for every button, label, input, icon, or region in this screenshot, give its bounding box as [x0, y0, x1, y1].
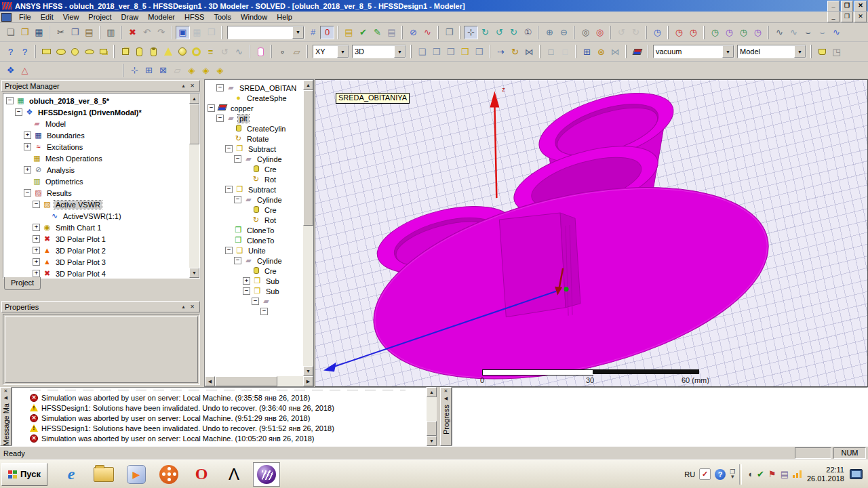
menu-hfss[interactable]: HFSS: [180, 13, 209, 21]
scroll-thumb[interactable]: [303, 90, 313, 226]
project-tree-scrollbar[interactable]: ▲ ▼: [189, 94, 199, 278]
view-undo-icon[interactable]: ↺: [614, 26, 629, 39]
tree-row-pit[interactable]: −▰pit: [205, 113, 303, 123]
collapse-icon[interactable]: −: [234, 196, 241, 203]
tab-project[interactable]: Project: [4, 277, 41, 290]
collapse-icon[interactable]: −: [33, 201, 40, 208]
zoom-window-icon[interactable]: ⊘: [406, 26, 420, 39]
taskbar-ansys-hfss[interactable]: [253, 462, 280, 487]
scroll-up-icon[interactable]: ▲: [427, 387, 437, 397]
pan-icon[interactable]: ⊹: [464, 26, 478, 39]
collapse-icon[interactable]: −: [225, 145, 233, 152]
undo-icon[interactable]: ↶: [140, 26, 154, 39]
tree-row-createcylin[interactable]: CreateCylin: [205, 123, 303, 134]
progress-tab[interactable]: ✕ ◀ Progress: [440, 387, 452, 446]
draw-sphere-icon[interactable]: [175, 45, 189, 58]
chevron-down-icon[interactable]: ▼: [337, 45, 349, 58]
tree-row-rot[interactable]: ↻Rot: [205, 215, 303, 225]
close-icon[interactable]: [854, 1, 867, 12]
work-plane-icon[interactable]: ▱: [170, 64, 184, 77]
snap-3-icon[interactable]: ◈: [213, 64, 227, 77]
snap-2-icon[interactable]: ◈: [199, 64, 213, 77]
menu-project[interactable]: Project: [83, 13, 116, 21]
tree-row-copper[interactable]: −copper: [205, 103, 303, 113]
display-settings-icon[interactable]: [850, 469, 863, 479]
draw-oval-icon[interactable]: [82, 45, 96, 58]
dup-mirror-icon[interactable]: ⋈: [608, 45, 623, 58]
task-scheduler-icon[interactable]: ▤: [781, 470, 789, 479]
draw-polyline3d-icon[interactable]: ∿: [232, 45, 246, 58]
segmented-line-icon[interactable]: ∿: [829, 26, 844, 39]
taskbar-clock[interactable]: 22:11 26.01.2018: [806, 466, 846, 483]
tree-item-label[interactable]: Rot: [263, 216, 277, 224]
taskbar-media-player[interactable]: ▶: [123, 462, 150, 487]
redo-icon[interactable]: ↷: [154, 26, 168, 39]
tree-row-cylinde[interactable]: −▰Cylinde: [205, 195, 303, 205]
rotate-3-icon[interactable]: ↻: [507, 26, 521, 39]
expand-icon[interactable]: +: [243, 277, 250, 285]
tree-item-label[interactable]: Rot: [263, 176, 277, 184]
tree-row-item[interactable]: −: [205, 306, 303, 317]
tree-row-createsphe[interactable]: ●CreateSphe: [205, 93, 303, 103]
tree-item-label[interactable]: 3D Polar Plot 4: [54, 270, 107, 278]
antenna-kit-icon[interactable]: △: [18, 64, 32, 77]
tree-item-label[interactable]: Results: [45, 189, 73, 197]
zoom-in-icon[interactable]: ⊕: [542, 26, 557, 39]
draw-circle-icon[interactable]: [68, 45, 82, 58]
draw-plane-icon[interactable]: ▱: [290, 45, 304, 58]
draw-tube-icon[interactable]: [146, 45, 161, 58]
collapse-icon[interactable]: −: [260, 308, 268, 315]
materials-icon[interactable]: [630, 45, 644, 58]
tree-row-item[interactable]: −▰: [205, 296, 303, 306]
tree-item-label[interactable]: 3D Polar Plot 3: [54, 258, 107, 266]
expand-icon[interactable]: +: [33, 270, 40, 277]
tree-item-label[interactable]: Cre: [263, 206, 278, 214]
sweep-icon[interactable]: ∿: [420, 26, 435, 39]
solve-4-icon[interactable]: ◷: [751, 26, 765, 39]
draw-cone-icon[interactable]: [161, 45, 175, 58]
rotate-1-icon[interactable]: ↻: [478, 26, 492, 39]
tree-item-label[interactable]: Model: [44, 120, 67, 128]
tree-item-label[interactable]: Optimetrics: [44, 178, 85, 186]
tree-row-sreda-obitan[interactable]: −▰SREDA_OBITAN: [205, 83, 303, 93]
tree-item-label[interactable]: Subtract: [247, 145, 277, 153]
tree-item-label[interactable]: Unite: [247, 247, 267, 255]
tree-item-label[interactable]: 3D Polar Plot 1: [54, 235, 107, 243]
expand-icon[interactable]: +: [33, 247, 40, 254]
tree-row-sub[interactable]: −❒Sub: [205, 286, 303, 296]
pin-icon[interactable]: ▴: [179, 82, 188, 90]
menu-window[interactable]: Window: [236, 13, 272, 21]
cs-combo[interactable]: XY▼: [313, 45, 349, 58]
open-icon[interactable]: ❐: [18, 26, 32, 39]
solve-1-icon[interactable]: ◷: [708, 26, 722, 39]
chevron-down-icon[interactable]: ▼: [394, 45, 406, 58]
snap-1-icon[interactable]: ◈: [184, 64, 199, 77]
tree-row-cloneto[interactable]: ❒CloneTo: [205, 225, 303, 235]
tree-item-label[interactable]: Cylinde: [256, 155, 283, 163]
modeler-3d-viewport[interactable]: z SREDA_OBITANIYA 0 30 60 (mm): [315, 79, 868, 387]
move-icon[interactable]: ⇢: [494, 45, 508, 58]
expand-icon[interactable]: +: [24, 131, 31, 139]
tree-item-label[interactable]: pit: [238, 115, 249, 123]
chevron-down-icon[interactable]: ▼: [722, 45, 734, 58]
sel-vertex-icon[interactable]: ⊹: [127, 64, 142, 77]
tree-row-cylinde[interactable]: −▰Cylinde: [205, 154, 303, 164]
tree-item-label[interactable]: Sub: [264, 277, 281, 285]
mode-combo[interactable]: 3D▼: [352, 45, 406, 58]
save-icon[interactable]: ▦: [32, 26, 46, 39]
tree-row-3d-polar-plot-3[interactable]: +▲3D Polar Plot 3: [3, 256, 189, 268]
tree-row-cre[interactable]: Cre: [205, 164, 303, 174]
message-scrollbar[interactable]: ▲ ▼: [427, 387, 437, 446]
mirror-icon[interactable]: ⋈: [522, 45, 536, 58]
bool-separate-icon[interactable]: ❒: [472, 45, 486, 58]
tree-item-label[interactable]: CloneTo: [245, 237, 275, 245]
collapse-icon[interactable]: −: [216, 115, 224, 122]
zoom-out-icon[interactable]: ⊖: [557, 26, 571, 39]
usb-safely-remove-icon[interactable]: ✔: [757, 470, 764, 479]
scroll-thumb[interactable]: [215, 376, 277, 386]
face-1-icon[interactable]: □: [544, 45, 558, 58]
tree-row-results[interactable]: −▨Results: [3, 187, 189, 199]
close-panel-icon[interactable]: ✕: [1, 388, 10, 394]
expand-icon[interactable]: +: [33, 224, 40, 231]
scroll-up-icon[interactable]: ▲: [303, 80, 313, 90]
